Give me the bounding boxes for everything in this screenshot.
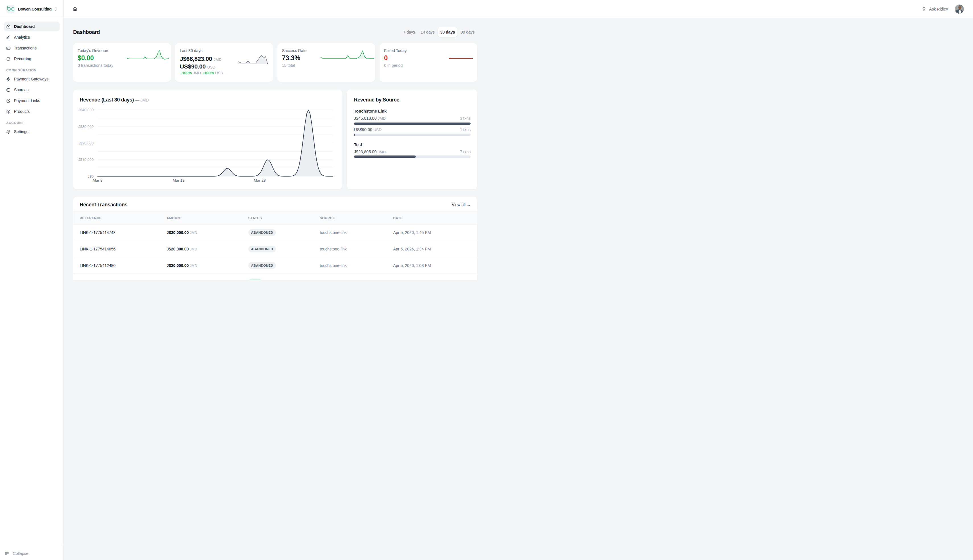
svg-text:J$10,000: J$10,000 [79,157,94,162]
svg-text:J$0: J$0 [88,174,94,178]
svg-text:J$20,000: J$20,000 [79,141,94,145]
svg-text:J$40,000: J$40,000 [79,108,94,112]
svg-text:J$30,000: J$30,000 [79,125,94,129]
svg-text:Mar 18: Mar 18 [173,178,185,182]
svg-text:Mar 28: Mar 28 [254,178,266,182]
svg-text:Mar 8: Mar 8 [93,178,103,182]
